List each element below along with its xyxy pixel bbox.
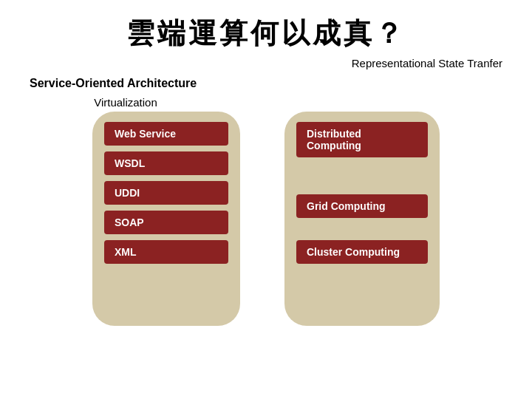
- web-service-label: Web Service: [104, 122, 228, 146]
- wsdl-item: WSDL: [104, 151, 228, 175]
- virt-label: Virtualization: [52, 96, 200, 109]
- title-chinese: 雲端運算何以成真？: [22, 15, 510, 52]
- main-content: Web Service WSDL UDDI SOAP XML Distribut…: [22, 112, 510, 326]
- soap-item: SOAP: [104, 211, 228, 234]
- distributed-computing-label: Distributed Computing: [296, 122, 428, 157]
- left-container: Web Service WSDL UDDI SOAP XML: [92, 112, 240, 326]
- soa-label: Service-Oriented Architecture: [30, 77, 510, 90]
- uddi-item: UDDI: [104, 181, 228, 205]
- subtitle: Representational State Tranfer: [22, 57, 510, 69]
- right-container: Distributed Computing Grid Computing Clu…: [284, 112, 440, 326]
- grid-computing-item: Grid Computing: [296, 194, 428, 218]
- cluster-computing-item: Cluster Computing: [296, 240, 428, 264]
- page: 雲端運算何以成真？ Representational State Tranfer…: [0, 0, 532, 399]
- xml-item: XML: [104, 240, 228, 264]
